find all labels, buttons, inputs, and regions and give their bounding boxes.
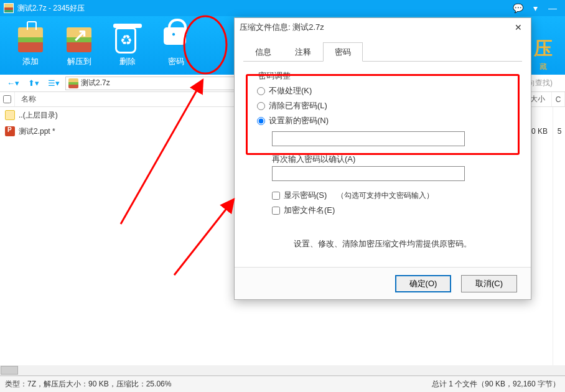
archive-icon xyxy=(68,78,78,88)
select-all-checkbox[interactable] xyxy=(0,92,15,106)
dialog-buttons: 确定(O) 取消(C) xyxy=(235,267,531,299)
address-text: 测试2.7z xyxy=(81,78,110,88)
extract-label: 解压到 xyxy=(55,56,103,67)
fieldset-legend: 密码调整 xyxy=(257,70,292,82)
right-badge: 压 藏 xyxy=(528,36,559,72)
add-icon xyxy=(18,27,43,52)
radio-set[interactable] xyxy=(257,117,265,125)
col-right[interactable]: C xyxy=(552,92,565,106)
feedback-icon[interactable]: 💬 xyxy=(509,3,526,13)
status-bar: 类型：7Z，解压后大小：90 KB，压缩比：25.06% 总计 1 个文件（90… xyxy=(0,376,565,392)
extract-button[interactable]: 解压到 xyxy=(55,27,103,72)
tab-info[interactable]: 信息 xyxy=(243,42,283,62)
h-scrollbar[interactable] xyxy=(0,365,565,375)
delete-button[interactable]: 删除 xyxy=(103,27,152,72)
password-label: 密码 xyxy=(152,56,200,67)
close-icon[interactable]: ✕ xyxy=(511,22,526,32)
extract-icon xyxy=(67,27,91,52)
cancel-button[interactable]: 取消(C) xyxy=(461,275,517,292)
minimize-icon[interactable]: — xyxy=(544,3,561,13)
add-label: 添加 xyxy=(6,56,55,67)
password-button[interactable]: 密码 xyxy=(152,19,200,72)
add-button[interactable]: 添加 xyxy=(6,27,55,72)
ok-button[interactable]: 确定(O) xyxy=(395,275,451,292)
archive-info-dialog: 压缩文件信息: 测试2.7z ✕ 信息 注释 密码 密码调整 不做处理(K) 清… xyxy=(234,17,531,300)
opt-clear[interactable]: 清除已有密码(L) xyxy=(257,100,516,111)
folder-icon xyxy=(5,110,15,120)
password-input[interactable] xyxy=(272,131,465,146)
lock-icon xyxy=(164,27,186,45)
status-left: 类型：7Z，解压后大小：90 KB，压缩比：25.06% xyxy=(5,379,171,390)
tab-comment[interactable]: 注释 xyxy=(283,42,323,62)
menu-icon[interactable]: ▾ xyxy=(526,3,544,13)
dialog-title: 压缩文件信息: 测试2.7z xyxy=(240,22,324,33)
opt-keep[interactable]: 不做处理(K) xyxy=(257,85,516,96)
trash-icon xyxy=(115,27,136,54)
confirm-label: 再次输入密码以确认(A) xyxy=(272,154,516,165)
right-sidebar xyxy=(553,107,565,375)
ppt-icon xyxy=(5,126,15,136)
status-right: 总计 1 个文件（90 KB，92,160 字节） xyxy=(432,379,560,390)
view-list-button[interactable]: ☰▾ xyxy=(45,77,63,90)
title-bar: 测试2.7z - 2345好压 💬 ▾ — xyxy=(0,0,565,16)
password-fieldset: 密码调整 不做处理(K) 清除已有密码(L) 设置新的密码(N) 再次输入密码以… xyxy=(250,70,516,216)
dialog-body: 密码调整 不做处理(K) 清除已有密码(L) 设置新的密码(N) 再次输入密码以… xyxy=(235,62,531,267)
radio-keep[interactable] xyxy=(257,87,265,95)
up-button[interactable]: ⬆▾ xyxy=(25,77,42,90)
tab-password[interactable]: 密码 xyxy=(323,42,363,62)
opt-encrypt-names[interactable]: 加密文件名(E) xyxy=(272,205,335,216)
password-confirm-input[interactable] xyxy=(272,166,465,181)
opt-show-password[interactable]: 显示密码(S) xyxy=(272,190,327,201)
radio-clear[interactable] xyxy=(257,102,265,110)
app-icon xyxy=(4,3,14,13)
dialog-tabs: 信息 注释 密码 xyxy=(243,42,522,62)
opt-set[interactable]: 设置新的密码(N) xyxy=(257,115,516,126)
checkbox-show-password[interactable] xyxy=(272,192,280,200)
dialog-note: 设置、修改、清除加密压缩文件均需提供原密码。 xyxy=(250,238,516,250)
dialog-title-bar[interactable]: 压缩文件信息: 测试2.7z ✕ xyxy=(235,18,531,37)
window-title: 测试2.7z - 2345好压 xyxy=(17,3,85,14)
checkbox-encrypt-names[interactable] xyxy=(272,207,280,215)
scrollbar-thumb[interactable] xyxy=(1,366,18,375)
delete-label: 删除 xyxy=(103,56,152,67)
cn-hint: （勾选可支持中文密码输入） xyxy=(337,190,434,201)
back-button[interactable]: ←▾ xyxy=(4,77,22,90)
